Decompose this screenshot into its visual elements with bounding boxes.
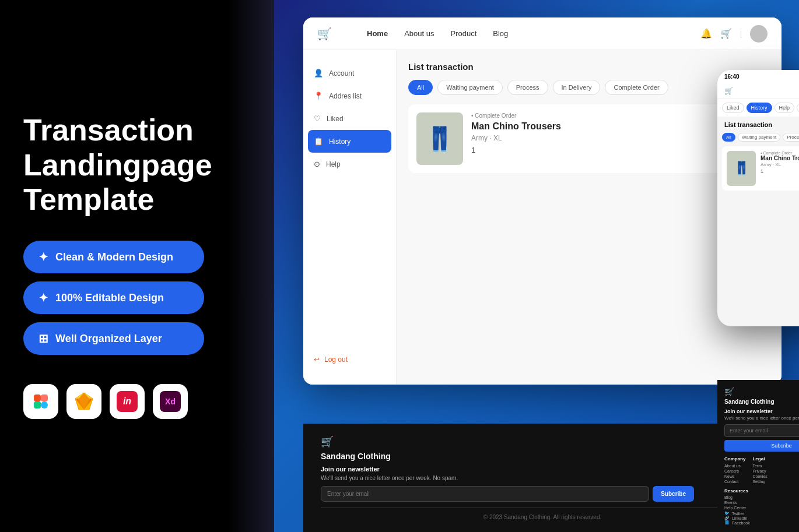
phone-pants-icon: 👖 (734, 151, 749, 186)
filter-all[interactable]: All (408, 80, 433, 95)
phone-tab-log[interactable]: Log (797, 103, 799, 113)
nav-blog[interactable]: Blog (493, 29, 508, 38)
pf-contact[interactable]: Contact (724, 480, 745, 484)
phone-list-title: List transaction (722, 121, 799, 128)
pf-careers[interactable]: Careers (724, 469, 745, 473)
product-image: 👖 (416, 112, 463, 165)
invision-label: in (123, 396, 131, 407)
phone-filter-process[interactable]: Process (783, 133, 799, 142)
history-icon: 📋 (314, 137, 323, 146)
phone-footer-resources-title: Resources (724, 488, 799, 494)
xd-label: Xd (165, 397, 176, 406)
nav-logo-icon: 🛒 (317, 27, 332, 41)
phone-mockup: 16:40 ▐▐▐ ☁ ▬ 🛒 🔔 🛒 ☰ Liked History Help… (717, 70, 799, 326)
organized-layer-button[interactable]: ⊞ Well Organized Layer (23, 322, 204, 355)
phone-filter-all[interactable]: All (722, 133, 735, 142)
organized-layer-label: Well Organized Layer (55, 333, 162, 345)
linkedin-label[interactable]: LinkedIn (732, 516, 747, 520)
tool-icons-row: in Xd (23, 384, 251, 419)
phone-footer-logo: 🛒 (724, 387, 799, 396)
sidebar-item-address[interactable]: 📍 Addres list (303, 84, 396, 107)
help-label: Help (326, 160, 341, 168)
footer-email-row: Subcribe (321, 486, 694, 502)
phone-footer-mockup: 🛒 Sandang Clothing Join our newsletter W… (717, 380, 799, 532)
phone-footer-linkedin: 🔗 LinkedIn (724, 516, 799, 520)
sidebar: 👤 Account 📍 Addres list ♡ Liked 📋 Histor… (303, 50, 397, 385)
footer-content: 🛒 Sandang Clothing Join our newsletter W… (321, 435, 764, 502)
phone-time: 16:40 (724, 73, 740, 80)
phone-footer-subscribe-button[interactable]: Subcribe (724, 440, 799, 452)
phone-transaction-card: 👖 • Complete Order Man Chino Trousers Ar… (722, 146, 799, 191)
linkedin-icon: 🔗 (724, 516, 730, 520)
clean-design-icon: ✦ (38, 250, 48, 264)
nav-right-icons: 🔔 🛒 | (700, 25, 768, 43)
pf-setting[interactable]: Setting (752, 480, 767, 484)
pf-term[interactable]: Term (752, 464, 767, 468)
phone-footer-social: 🐦 Twitter (724, 511, 799, 516)
browser-navbar: 🛒 Home About us Product Blog 🔔 🛒 | (303, 17, 782, 50)
xd-icon: Xd (153, 384, 188, 419)
liked-label: Liked (327, 115, 344, 123)
sidebar-item-history[interactable]: 📋 History (308, 130, 391, 153)
nav-home[interactable]: Home (367, 29, 388, 38)
twitter-label[interactable]: Twitter (732, 512, 744, 516)
footer-brand: 🛒 Sandang Clothing Join our newsletter W… (321, 435, 694, 502)
logout-button[interactable]: ↩ Log out (303, 346, 396, 373)
nav-about[interactable]: About us (404, 29, 434, 38)
filter-process[interactable]: Process (507, 80, 548, 95)
editable-design-label: 100% Editable Design (55, 292, 164, 304)
notification-icon[interactable]: 🔔 (700, 28, 712, 39)
browser-mockup: 🛒 Home About us Product Blog 🔔 🛒 | 👤 (303, 17, 782, 385)
phone-footer-legal-col: Legal Term Privacy Cookies Setting (752, 456, 767, 485)
list-transaction-title: List transaction (408, 62, 770, 72)
phone-filter-waiting[interactable]: Waiting payment (738, 133, 780, 142)
clean-design-button[interactable]: ✦ Clean & Modern Design (23, 241, 204, 273)
footer-newsletter-title: Join our newsletter (321, 466, 694, 473)
phone-product-image: 👖 (727, 151, 756, 186)
phone-product-qty: 1 (761, 168, 799, 174)
footer-subscribe-button[interactable]: Subcribe (653, 486, 694, 502)
pf-about[interactable]: About us (724, 464, 745, 468)
pf-blog[interactable]: Blog (724, 495, 799, 499)
sketch-icon (66, 384, 101, 419)
sidebar-item-liked[interactable]: ♡ Liked (303, 107, 396, 130)
pf-news[interactable]: News (724, 474, 745, 478)
pf-events[interactable]: Events (724, 501, 799, 505)
nav-product[interactable]: Product (450, 29, 476, 38)
cart-icon[interactable]: 🛒 (720, 28, 732, 39)
filter-tabs: All Waiting payment Process In Delivery … (408, 80, 770, 95)
phone-footer-facebook: 📘 Facebook (724, 520, 799, 525)
svg-point-3 (41, 401, 48, 408)
help-icon: ⊙ (314, 160, 320, 168)
phone-footer-cols: Company About us Careers News Contact Le… (724, 456, 799, 485)
phone-tabs: Liked History Help Log (717, 99, 799, 117)
pf-privacy[interactable]: Privacy (752, 469, 767, 473)
editable-design-icon: ✦ (38, 291, 48, 305)
phone-footer-company-title: Company (724, 456, 745, 461)
facebook-label[interactable]: Facebook (732, 521, 750, 525)
account-label: Account (329, 69, 354, 77)
phone-tab-help[interactable]: Help (775, 103, 795, 113)
filter-waiting[interactable]: Waiting payment (437, 80, 503, 95)
pf-helpcenter[interactable]: Help Center (724, 506, 799, 510)
footer-copyright: © 2023 Sandang Clothing. All rights rese… (321, 508, 764, 520)
pants-icon: 👖 (425, 112, 454, 165)
phone-logo: 🛒 (724, 87, 733, 95)
phone-footer-email-input[interactable] (724, 424, 799, 437)
sidebar-item-account[interactable]: 👤 Account (303, 62, 396, 84)
svg-rect-0 (34, 394, 41, 401)
user-avatar[interactable] (750, 25, 768, 43)
phone-tab-history[interactable]: History (747, 103, 772, 113)
footer-email-input[interactable] (321, 486, 649, 502)
title-line2: Landingpage (23, 148, 212, 182)
footer-mockup: 🛒 Sandang Clothing Join our newsletter W… (303, 424, 782, 532)
phone-tab-liked[interactable]: Liked (722, 103, 744, 113)
figma-icon (23, 384, 58, 419)
transaction-card: 👖 Complete Order Man Chino Trousers Army… (408, 104, 770, 173)
pf-cookies[interactable]: Cookies (752, 474, 767, 478)
filter-delivery[interactable]: In Delivery (553, 80, 601, 95)
sidebar-item-help[interactable]: ⊙ Help (303, 153, 396, 175)
address-icon: 📍 (314, 91, 323, 100)
filter-complete[interactable]: Complete Order (605, 80, 668, 95)
editable-design-button[interactable]: ✦ 100% Editable Design (23, 281, 204, 314)
